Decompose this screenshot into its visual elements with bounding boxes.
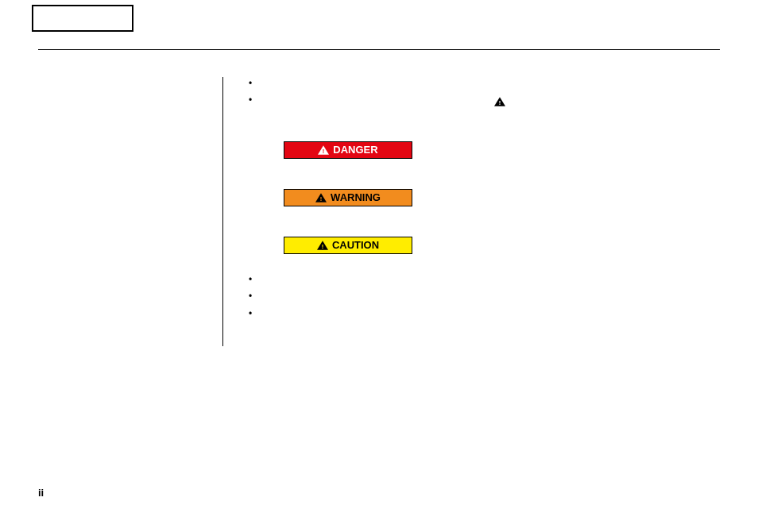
signal-word: DANGER	[333, 143, 377, 158]
signal-word: WARNING	[331, 191, 381, 206]
svg-text:!: !	[320, 195, 323, 202]
right-column: Safety Labels — on the vehicle. Safety M…	[246, 77, 720, 346]
warning-triangle-icon: !	[315, 193, 327, 203]
warning-triangle-icon: !	[317, 241, 328, 251]
section-heading: A Few Words About Safety	[38, 79, 222, 91]
signal-word-labels: ! DANGER You WILL be KILLED or SERIOUSLY…	[284, 141, 720, 254]
list-item-text: Safety Labels — on the vehicle.	[261, 78, 396, 89]
horizontal-rule	[38, 49, 720, 50]
caution-label: ! CAUTION You CAN be HURT if you don't f…	[284, 237, 412, 254]
list-item-text: Safety Section — such as Driver and Pass…	[261, 291, 497, 302]
vertical-divider	[222, 77, 223, 346]
signal-desc: You CAN be KILLED or SERIOUSLY HURT if y…	[423, 190, 710, 215]
list-item-text: Instructions — how to use this vehicle c…	[261, 308, 508, 319]
list-item: Safety Section — such as Driver and Pass…	[249, 290, 720, 303]
svg-text:!: !	[322, 243, 324, 250]
list-item: Safety Labels — on the vehicle.	[249, 77, 720, 91]
header-box-text: INTRODUCTION	[52, 14, 114, 23]
svg-text:!: !	[323, 148, 325, 155]
safety-alert-icon: !	[494, 94, 505, 110]
list-item: Safety Headings — such as Important Safe…	[249, 273, 720, 287]
content-row: A Few Words About Safety Safety Labels —…	[38, 77, 720, 346]
svg-text:!: !	[499, 99, 501, 106]
danger-label: ! DANGER You WILL be KILLED or SERIOUSLY…	[284, 141, 412, 159]
list-item-text: Safety Headings — such as Important Safe…	[261, 274, 640, 285]
warning-triangle-icon: !	[318, 145, 329, 156]
list-item: Safety Messages — preceded by a safety a…	[249, 94, 720, 254]
signal-desc: You WILL be KILLED or SERIOUSLY HURT if …	[423, 142, 710, 168]
left-column: A Few Words About Safety	[38, 77, 222, 346]
page-number: ii	[38, 487, 44, 499]
signal-word: CAUTION	[332, 238, 379, 253]
list-item-text: Safety Messages — preceded by a safety a…	[261, 96, 494, 107]
safety-bullet-list: Safety Labels — on the vehicle. Safety M…	[246, 77, 720, 321]
header-box: INTRODUCTION	[32, 5, 133, 32]
list-item: Instructions — how to use this vehicle c…	[249, 307, 720, 321]
closing-paragraph: This entire book is filled with importan…	[246, 332, 720, 345]
warning-label: ! WARNING You CAN be KILLED or SERIOUSLY…	[284, 189, 412, 206]
signal-desc: You CAN be HURT if you don't follow inst…	[423, 237, 710, 250]
